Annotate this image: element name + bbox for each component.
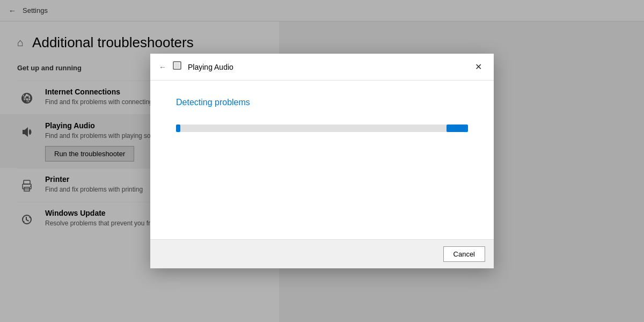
cancel-button[interactable]: Cancel [443, 246, 485, 262]
progress-bar [176, 125, 468, 132]
progress-bar-right [447, 125, 468, 132]
modal-footer: Cancel [150, 239, 494, 268]
troubleshooter-modal: ← Playing Audio ✕ Detecting problems Can… [150, 54, 494, 268]
modal-audio-icon [172, 60, 182, 74]
modal-back-icon[interactable]: ← [159, 63, 166, 71]
detecting-label: Detecting problems [176, 98, 468, 107]
modal-title: Playing Audio [188, 63, 466, 71]
svg-rect-5 [174, 63, 180, 68]
modal-overlay: ← Playing Audio ✕ Detecting problems Can… [0, 0, 644, 322]
modal-body: Detecting problems [150, 80, 494, 239]
modal-titlebar: ← Playing Audio ✕ [150, 54, 494, 80]
modal-close-button[interactable]: ✕ [472, 62, 485, 72]
progress-bar-fill [176, 125, 180, 132]
